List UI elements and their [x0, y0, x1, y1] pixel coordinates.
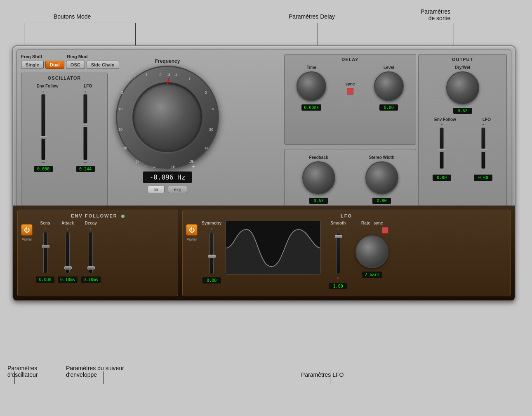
smooth-track: [336, 233, 340, 274]
annotation-parametres-sortie: Paramètresde sortie: [421, 8, 450, 21]
output-lfo-thumb[interactable]: [480, 149, 487, 152]
env-minus: —: [42, 160, 45, 164]
attack-thumb[interactable]: [64, 266, 72, 269]
annotation-boutons-mode: Boutons Mode: [54, 13, 91, 20]
lfo-waveform-display: [226, 221, 320, 274]
level-knob[interactable]: [374, 71, 404, 101]
smooth-group: Smooth • ○ 1.00: [329, 221, 347, 289]
env-follow-thumb[interactable]: [40, 136, 47, 139]
feedback-knob[interactable]: [302, 161, 335, 194]
level-value: 0.00: [379, 104, 398, 111]
rate-knob[interactable]: [355, 235, 388, 268]
dry-wet-knob[interactable]: [446, 71, 479, 104]
rate-group: Rate sync 2 bars: [355, 221, 388, 278]
sync-label: sync: [346, 82, 355, 86]
smooth-label: Smooth: [330, 221, 346, 225]
symmetry-group: Symmetry + 0.00: [202, 221, 221, 284]
sync-btn-area: [355, 227, 388, 234]
dual-button[interactable]: Dual: [45, 61, 64, 69]
decay-thumb[interactable]: [87, 266, 95, 269]
output-env-thumb[interactable]: [438, 149, 446, 152]
big-knob-container[interactable]: .3 1 3 10 30 .1k .3k 1k 5k .3 1 3 10: [116, 66, 219, 169]
osc-sliders-area: + — 0.000 + — 0.244: [24, 90, 105, 172]
oscillator-title: OSCILLATOR: [24, 76, 105, 80]
output-env-value: 0.00: [433, 175, 451, 181]
osc-button[interactable]: OSC: [66, 61, 85, 69]
stereo-value: 0.80: [372, 198, 391, 204]
stereo-label: Stereo Width: [369, 155, 395, 160]
sens-label: Sens: [40, 221, 50, 225]
sync-indicator[interactable]: [347, 88, 353, 95]
symmetry-thumb[interactable]: [208, 255, 216, 258]
smooth-thumb[interactable]: [335, 235, 342, 238]
svg-text:3: 3: [121, 90, 123, 95]
level-label: Level: [384, 65, 394, 70]
svg-text:3: 3: [205, 90, 207, 95]
smooth-dot: •: [337, 227, 339, 231]
rate-value: 2 bars: [362, 272, 382, 278]
plugin-body: Freq Shift Ring Mod Single Dual OSC Side…: [12, 45, 516, 301]
big-knob-ring[interactable]: .3 1 3 10 30 .1k .3k 1k 5k .3 1 3 10: [116, 66, 219, 169]
single-button[interactable]: Single: [21, 61, 44, 69]
exp-button[interactable]: exp: [168, 186, 188, 193]
env-dot: [121, 215, 125, 218]
output-lfo-label: LFO: [483, 117, 491, 122]
sens-thumb[interactable]: [42, 245, 49, 248]
rate-sync-label: sync: [374, 221, 383, 225]
svg-line-20: [167, 78, 169, 84]
output-env-label: Env Follow: [434, 117, 456, 122]
time-value: 0.00ms: [301, 104, 321, 111]
lfo-title: LFO: [186, 213, 507, 218]
env-power-button[interactable]: ⏻: [21, 224, 33, 236]
bottom-section: ENV FOLLOWER ⏻ Power Sens • 0.0dB: [13, 206, 515, 300]
annotation-parametres-envelope: Paramètres du suiveurd'enveloppe: [66, 365, 124, 378]
svg-text:0: 0: [159, 73, 161, 77]
env-plus: +: [42, 90, 44, 94]
annotation-line-envelope: [103, 371, 104, 384]
svg-text:1k: 1k: [171, 165, 175, 169]
sens-track: [43, 232, 47, 273]
lfo-osc-value: 0.244: [76, 166, 95, 172]
sync-group: sync: [346, 82, 355, 95]
lfo-waveform-svg: [226, 221, 320, 274]
lfo-osc-thumb[interactable]: [82, 123, 89, 127]
stereo-knob[interactable]: [365, 161, 398, 194]
rate-sync-row: Rate sync: [361, 221, 383, 225]
output-env-track: [440, 128, 444, 169]
rate-label: Rate: [361, 221, 370, 225]
annotation-parametres-lfo: Paramètres LFO: [301, 371, 344, 378]
rate-sync-button[interactable]: [382, 227, 388, 234]
time-knob[interactable]: [297, 71, 326, 101]
sens-dot: •: [45, 227, 46, 231]
svg-text:.3: .3: [144, 73, 148, 77]
env-follower-title: ENV FOLLOWER: [21, 213, 174, 218]
env-follow-label: Env Follow: [37, 84, 59, 88]
attack-value: 0.10ms: [58, 277, 78, 283]
lfo-minus: —: [84, 160, 87, 164]
dry-wet-value-area: 0.62: [421, 106, 504, 114]
annotation-parametres-oscillateur: Paramètresd'oscillateur: [7, 365, 38, 378]
dry-wet-knob-area: [421, 71, 504, 104]
lfo-power-button[interactable]: ⏻: [186, 224, 198, 236]
symmetry-track: [210, 233, 214, 274]
lin-button[interactable]: lin: [148, 186, 165, 193]
level-knob-group: Level 0.00: [374, 65, 404, 111]
sens-value: 0.0dB: [36, 277, 54, 283]
frequency-value: -0.096 Hz: [143, 171, 193, 183]
svg-text:30: 30: [118, 128, 122, 132]
time-label: Time: [307, 65, 316, 70]
decay-dot: •: [90, 227, 92, 231]
svg-text:.3: .3: [167, 73, 170, 77]
svg-text:10: 10: [118, 107, 122, 111]
attack-track: [66, 232, 70, 273]
output-sliders-area: — 0.00 — 0.00: [421, 128, 504, 181]
feedback-label: Feedback: [309, 155, 328, 160]
symmetry-label: Symmetry: [202, 221, 221, 225]
attack-label: Attack: [61, 221, 74, 225]
freq-shift-label: Freq Shift: [21, 54, 42, 59]
knob-scale-svg: .3 1 3 10 30 .1k .3k 1k 5k .3 1 3 10: [117, 67, 220, 170]
svg-text:5k: 5k: [151, 165, 155, 169]
time-knob-group: Time 0.00ms: [297, 65, 326, 111]
env-follow-slider-group: + — 0.000: [34, 90, 53, 172]
sens-group: Sens • 0.0dB: [36, 221, 54, 283]
